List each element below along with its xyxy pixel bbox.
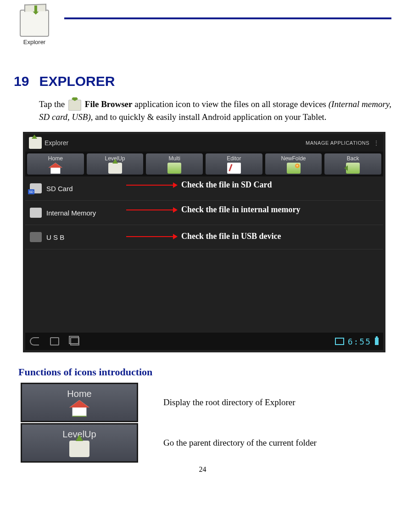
- home-icon: [49, 163, 62, 174]
- annotation-sdcard: Check the file in SD Card: [126, 180, 272, 190]
- function-levelup-description: Go the parent directory of the current f…: [163, 438, 317, 448]
- annotation-sdcard-text: Check the file in SD Card: [181, 180, 272, 190]
- editor-icon: [227, 163, 241, 174]
- multi-icon: [167, 163, 181, 174]
- status-time: 6:55: [348, 337, 371, 346]
- home-button-label: Home: [48, 155, 63, 162]
- manage-applications-link[interactable]: MANAGE APPLICATIONS: [306, 140, 369, 146]
- intro-mid: application icon to view the files on al…: [134, 99, 329, 109]
- levelup-button[interactable]: LevelUp: [87, 153, 144, 175]
- annotation-usb-text: Check the file in USB device: [181, 232, 281, 241]
- arrow-icon: [126, 185, 177, 186]
- function-home-label: Home: [67, 389, 91, 399]
- editor-button[interactable]: Editor: [206, 153, 262, 175]
- levelup-icon: [108, 163, 122, 174]
- back-button-label: Back: [347, 155, 359, 162]
- function-home-description: Display the root directory of Explorer: [163, 397, 296, 407]
- home-button[interactable]: Home: [27, 153, 84, 175]
- sdcard-icon: SD: [30, 183, 42, 193]
- section-number: 19: [14, 74, 29, 89]
- picture-status-icon: [335, 338, 344, 345]
- intro-bold: File Browser: [85, 99, 133, 109]
- nav-home-icon[interactable]: [50, 337, 59, 346]
- explorer-app-icon: ⬇ Explorer: [14, 0, 55, 55]
- explorer-screenshot: Explorer MANAGE APPLICATIONS ⋮ Home Leve…: [23, 132, 385, 352]
- back-button[interactable]: Back: [324, 153, 381, 175]
- screenshot-toolbar: Home LevelUp Multi Editor NewFolde Back: [25, 152, 383, 176]
- section-title: EXPLORER: [39, 74, 115, 89]
- functions-heading: Functions of icons introduction: [18, 366, 391, 378]
- intro-tail: , and to quickly & easily install Androi…: [91, 112, 327, 122]
- arrow-icon: [126, 236, 177, 237]
- intro-lead: Tap the: [39, 99, 67, 109]
- newfolder-button-label: NewFolde: [281, 155, 306, 162]
- battery-icon: [375, 338, 379, 345]
- nav-back-icon[interactable]: [30, 337, 39, 346]
- arrow-icon: [126, 209, 177, 210]
- annotation-internal: Check the file in internal memory: [126, 205, 300, 215]
- function-home-button: Home: [21, 383, 138, 422]
- function-levelup-button: LevelUp: [21, 423, 138, 463]
- box-icon: ⬇: [20, 10, 49, 37]
- newfolder-icon: [287, 163, 301, 174]
- multi-button[interactable]: Multi: [146, 153, 203, 175]
- function-row-levelup: LevelUp Go the parent directory of the c…: [21, 423, 391, 463]
- overflow-menu-icon[interactable]: ⋮: [373, 139, 379, 147]
- screenshot-titlebar: Explorer MANAGE APPLICATIONS ⋮: [25, 134, 383, 152]
- internal-label: Internal Memory: [46, 209, 96, 217]
- function-row-home: Home Display the root directory of Explo…: [21, 383, 391, 422]
- annotation-usb: Check the file in USB device: [126, 232, 281, 241]
- newfolder-button[interactable]: NewFolde: [265, 153, 322, 175]
- usb-label: U S B: [46, 233, 64, 241]
- explorer-icon-label: Explorer: [23, 39, 45, 45]
- storage-list: SD SD Card Internal Memory U S B Check t…: [25, 176, 383, 333]
- page-header: ⬇ Explorer: [14, 0, 391, 55]
- sdcard-label: SD Card: [46, 185, 73, 192]
- screenshot-title: Explorer: [45, 139, 68, 147]
- annotation-internal-text: Check the file in internal memory: [181, 205, 300, 215]
- usb-icon: [30, 232, 42, 242]
- header-divider: [64, 17, 391, 19]
- levelup-icon: [69, 441, 89, 457]
- explorer-icon: [29, 137, 42, 149]
- section-heading: 19EXPLORER: [14, 74, 391, 89]
- multi-button-label: Multi: [169, 155, 180, 162]
- sd-badge: SD: [28, 189, 34, 194]
- editor-button-label: Editor: [227, 155, 241, 162]
- android-navbar: 6:55: [25, 333, 383, 350]
- intro-paragraph: Tap the File Browser application icon to…: [39, 98, 391, 123]
- file-browser-icon: [68, 100, 81, 111]
- home-icon: [69, 400, 89, 417]
- internal-memory-icon: [30, 208, 42, 218]
- nav-recent-icon[interactable]: [70, 337, 79, 346]
- page-number: 24: [14, 465, 391, 474]
- back-icon: [346, 163, 360, 174]
